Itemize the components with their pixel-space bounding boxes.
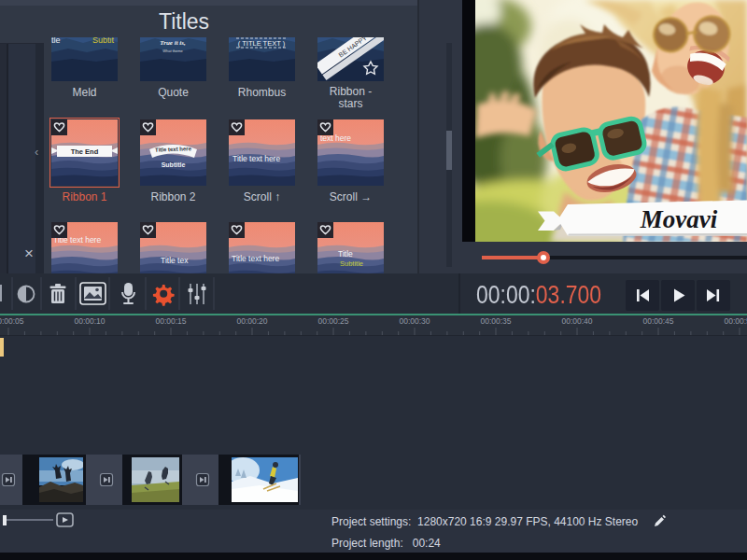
svg-text:True it is,: True it is, xyxy=(160,39,186,47)
svg-text:Title text here: Title text here xyxy=(233,154,280,163)
svg-text:What theme: What theme xyxy=(162,49,183,53)
svg-text:Title tex: Title tex xyxy=(161,256,189,265)
svg-text:Movavi: Movavi xyxy=(640,205,718,233)
svg-text:( TITLE TEXT ): ( TITLE TEXT ) xyxy=(238,39,286,48)
svg-text:Subtit: Subtit xyxy=(92,37,115,45)
svg-text:Title text here: Title text here xyxy=(232,254,279,263)
svg-text:Subtitle: Subtitle xyxy=(162,161,186,168)
svg-text:itle: itle xyxy=(51,37,61,45)
svg-text:The End: The End xyxy=(71,147,99,156)
svg-text:Subtitle: Subtitle xyxy=(340,259,363,268)
svg-text:Title: Title xyxy=(338,249,353,259)
